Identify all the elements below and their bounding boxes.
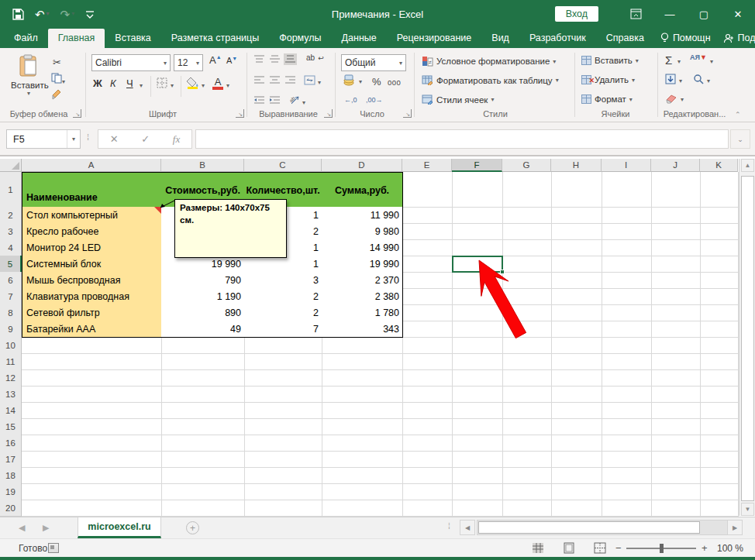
cell-A8[interactable]: Сетевой фильтр	[22, 304, 162, 321]
select-all-corner[interactable]	[0, 159, 22, 172]
grow-font-button[interactable]: А▲	[209, 54, 222, 66]
italic-button[interactable]: К	[110, 77, 116, 89]
row-header-20[interactable]: 20	[0, 500, 22, 517]
paste-button[interactable]: Вставить ▾	[11, 54, 47, 97]
macro-record-icon[interactable]	[48, 543, 59, 553]
column-header-E[interactable]: E	[402, 159, 452, 172]
signin-button[interactable]: Вход	[555, 6, 598, 22]
cut-icon[interactable]: ✂	[53, 57, 61, 68]
row-header-16[interactable]: 16	[0, 435, 22, 452]
tab-file[interactable]: Файл	[0, 29, 48, 48]
formula-input[interactable]	[195, 129, 729, 149]
expand-formula-bar-icon[interactable]: ⌄	[730, 129, 750, 149]
save-icon[interactable]	[12, 9, 24, 20]
fill-down-icon[interactable]	[665, 74, 676, 88]
cell-A5[interactable]: Системный блок	[22, 256, 162, 273]
column-header-D[interactable]: D	[322, 159, 402, 172]
cell-C6[interactable]: 3	[244, 272, 322, 289]
cell-A4[interactable]: Монитор 24 LED	[22, 239, 162, 256]
formula-bar-splitter[interactable]: ⁞	[87, 132, 90, 142]
font-color-icon[interactable]: А	[212, 76, 223, 90]
autosum-button[interactable]: Σ	[665, 53, 672, 67]
row-header-11[interactable]: 11	[0, 353, 22, 370]
fill-color-dropdown[interactable]: ▾	[202, 82, 205, 89]
cell-D8[interactable]: 1 780	[322, 304, 403, 321]
cell-B6[interactable]: 790	[161, 272, 245, 289]
row-header-18[interactable]: 18	[0, 467, 22, 484]
cell-styles-button[interactable]: Стили ячеек▾	[422, 94, 494, 105]
row-header-4[interactable]: 4	[0, 239, 22, 256]
tabbar-splitter[interactable]: ⁞	[448, 522, 451, 531]
cell-D2[interactable]: 11 990	[322, 207, 403, 224]
page-layout-view-icon[interactable]	[563, 542, 575, 554]
comma-style-button[interactable]: 000	[388, 78, 401, 87]
row-header-7[interactable]: 7	[0, 288, 22, 305]
delete-cells-button[interactable]: ✕Удалить▾	[581, 75, 635, 84]
vertical-scrollbar[interactable]: ▲ ▼	[739, 159, 755, 516]
cell-A7[interactable]: Клавиатура проводная	[22, 288, 162, 305]
find-dropdown[interactable]: ▾	[707, 77, 710, 84]
tab-page-layout[interactable]: Разметка страницы	[161, 29, 269, 48]
row-header-17[interactable]: 17	[0, 451, 22, 468]
vertical-scrollbar-thumb[interactable]	[741, 176, 754, 501]
orientation-dropdown[interactable]: ▾	[302, 99, 305, 106]
row-header-15[interactable]: 15	[0, 418, 22, 435]
row-header-3[interactable]: 3	[0, 223, 22, 240]
close-button[interactable]: ✕	[721, 0, 755, 28]
cell-C5[interactable]: 1	[244, 256, 322, 273]
maximize-button[interactable]: ▢	[687, 0, 721, 28]
column-header-H[interactable]: H	[551, 159, 602, 172]
cell-D3[interactable]: 9 980	[322, 223, 403, 240]
zoom-in-button[interactable]: +	[702, 542, 708, 554]
insert-cells-button[interactable]: Вставить▾	[581, 56, 639, 65]
cell-B8[interactable]: 890	[161, 304, 245, 321]
font-dialog-launcher[interactable]	[236, 109, 244, 118]
scroll-left-icon[interactable]: ◀	[460, 520, 475, 535]
tab-view[interactable]: Вид	[481, 29, 519, 48]
accounting-format-icon[interactable]	[343, 74, 357, 89]
cell-A6[interactable]: Мышь беспроводная	[22, 272, 162, 289]
cell-A2[interactable]: Стол компьютерный	[22, 207, 162, 224]
normal-view-icon[interactable]	[532, 542, 544, 554]
tab-data[interactable]: Данные	[332, 29, 387, 48]
conditional-formatting-button[interactable]: ≠ Условное форматирование▾	[422, 56, 556, 67]
decrease-decimal-button[interactable]: ,00→	[366, 96, 383, 104]
row-header-8[interactable]: 8	[0, 304, 22, 321]
format-as-table-button[interactable]: Форматировать как таблицу▾	[422, 75, 559, 85]
increase-decimal-button[interactable]: ←,0	[344, 96, 357, 104]
cell-B7[interactable]: 1 190	[161, 288, 245, 305]
cancel-entry-icon[interactable]: ✕	[110, 133, 119, 145]
column-header-G[interactable]: G	[502, 159, 551, 172]
share-item[interactable]: Поделиться	[717, 29, 755, 48]
cell-D9[interactable]: 343	[322, 321, 403, 338]
clear-icon[interactable]	[665, 93, 677, 107]
horizontal-scrollbar-thumb[interactable]	[478, 521, 700, 534]
bold-button[interactable]: Ж	[93, 77, 102, 89]
alignment-dialog-launcher[interactable]	[324, 109, 333, 118]
cell-D6[interactable]: 2 370	[322, 272, 403, 289]
align-top-button[interactable]	[254, 55, 264, 64]
confirm-entry-icon[interactable]: ✓	[141, 133, 150, 145]
autosum-dropdown[interactable]: ▾	[677, 58, 681, 65]
ribbon-display-options-icon[interactable]	[619, 0, 653, 28]
cell-B5[interactable]: 19 990	[161, 256, 245, 273]
column-header-B[interactable]: B	[161, 159, 244, 172]
column-header-F[interactable]: F	[452, 159, 502, 172]
clipboard-dialog-launcher[interactable]	[73, 109, 81, 118]
underline-button[interactable]: Ч	[126, 77, 133, 89]
redo-button[interactable]: ↷▾	[60, 9, 75, 20]
cell-D4[interactable]: 14 990	[322, 239, 403, 256]
zoom-out-button[interactable]: −	[615, 542, 622, 554]
row-header-5[interactable]: 5	[0, 256, 22, 273]
sort-filter-button[interactable]: АЯ▼	[690, 54, 707, 61]
align-left-button[interactable]	[254, 76, 264, 84]
accounting-dropdown[interactable]: ▾	[359, 78, 362, 85]
tab-formulas[interactable]: Формулы	[269, 29, 331, 48]
number-dialog-launcher[interactable]	[403, 109, 412, 118]
merge-center-icon[interactable]	[304, 74, 315, 88]
sort-filter-dropdown[interactable]: ▾	[710, 58, 713, 65]
row-header-12[interactable]: 12	[0, 369, 22, 387]
horizontal-scrollbar[interactable]	[477, 520, 729, 535]
scroll-down-icon[interactable]: ▼	[741, 503, 754, 516]
sheet-tab-active[interactable]: microexcel.ru	[78, 517, 161, 538]
